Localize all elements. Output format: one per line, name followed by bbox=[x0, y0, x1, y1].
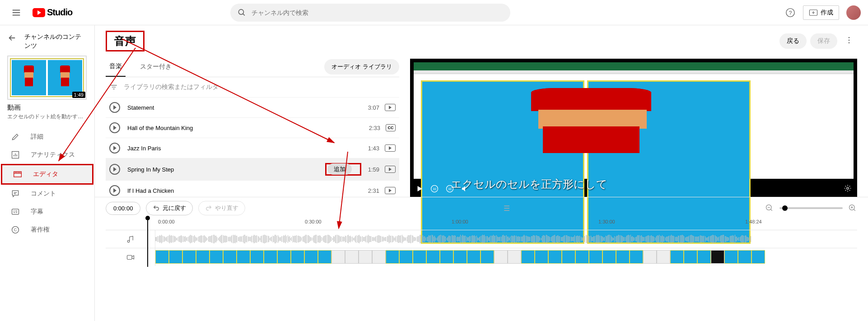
zoom-in-icon[interactable] bbox=[848, 204, 857, 213]
timeline-clip[interactable] bbox=[467, 250, 481, 264]
tab-music[interactable]: 音楽 bbox=[106, 57, 126, 77]
preview-icon[interactable] bbox=[385, 104, 396, 111]
audio-track-row[interactable] bbox=[106, 230, 857, 248]
timeline-clip[interactable] bbox=[751, 250, 765, 264]
track-row[interactable]: Statement3:07 bbox=[106, 98, 399, 118]
timeline-clip[interactable] bbox=[304, 250, 318, 264]
more-menu[interactable] bbox=[841, 32, 857, 50]
timeline-clip[interactable] bbox=[562, 250, 575, 264]
timeline-clip[interactable] bbox=[237, 250, 250, 264]
track-row[interactable]: Spring In My Step追加1:59 bbox=[106, 158, 399, 181]
timeline-clip[interactable] bbox=[589, 250, 602, 264]
redo-button[interactable]: やり直す bbox=[198, 201, 245, 215]
play-track-button[interactable] bbox=[109, 143, 120, 154]
clip-strip[interactable] bbox=[155, 250, 857, 265]
sidebar-item-analytics[interactable]: アナリティクス bbox=[0, 146, 94, 164]
timeline-clip[interactable] bbox=[684, 250, 697, 264]
timeline-clip[interactable] bbox=[399, 250, 413, 264]
video-track-row[interactable] bbox=[106, 248, 857, 266]
timeline-clip[interactable] bbox=[670, 250, 684, 264]
timeline-clip[interactable] bbox=[196, 250, 210, 264]
preview-icon[interactable] bbox=[385, 144, 396, 152]
preview-icon[interactable] bbox=[385, 187, 396, 194]
volume-icon[interactable] bbox=[461, 185, 469, 193]
timeline-clip[interactable] bbox=[250, 250, 264, 264]
play-track-button[interactable] bbox=[109, 164, 120, 175]
timeline-clip[interactable] bbox=[291, 250, 304, 264]
sidebar-item-copyright[interactable]: C 著作権 bbox=[0, 221, 94, 239]
filter-row[interactable]: ライブラリの検索またはフィルタ bbox=[106, 77, 399, 98]
add-track-button[interactable]: 追加 bbox=[327, 163, 352, 175]
timeline-clip[interactable] bbox=[738, 250, 751, 264]
timeline-clip[interactable] bbox=[223, 250, 237, 264]
track-row[interactable]: If I Had a Chicken2:31 bbox=[106, 181, 399, 197]
play-track-button[interactable] bbox=[109, 102, 120, 113]
zoom-slider[interactable] bbox=[779, 207, 843, 209]
sidebar-item-editor[interactable]: エディタ bbox=[1, 164, 93, 185]
timeline-clip[interactable] bbox=[210, 250, 223, 264]
back-button[interactable]: 戻る bbox=[779, 33, 807, 49]
timeline-clip[interactable] bbox=[413, 250, 426, 264]
rewind-icon[interactable]: 10 bbox=[430, 184, 439, 193]
timeline-clip[interactable] bbox=[453, 250, 467, 264]
timeline-clip[interactable] bbox=[697, 250, 711, 264]
timeline-clip[interactable] bbox=[630, 250, 643, 264]
track-row[interactable]: Jazz In Paris1:43 bbox=[106, 138, 399, 158]
timeline-clip[interactable] bbox=[426, 250, 440, 264]
play-icon[interactable] bbox=[415, 185, 424, 193]
help-button[interactable]: ? bbox=[781, 4, 799, 22]
timeline-clip[interactable] bbox=[535, 250, 548, 264]
timeline-clip[interactable] bbox=[548, 250, 562, 264]
logo[interactable]: Studio bbox=[33, 7, 72, 18]
search-input[interactable] bbox=[252, 9, 503, 16]
time-ruler[interactable]: 0:00:000:30:001:00:001:30:001:48:24 bbox=[158, 219, 857, 230]
user-avatar[interactable] bbox=[846, 5, 861, 20]
settings-icon[interactable] bbox=[844, 184, 852, 192]
timeline-clip[interactable] bbox=[440, 250, 453, 264]
timeline-clip[interactable] bbox=[657, 250, 670, 264]
sidebar-item-comments[interactable]: コメント bbox=[0, 185, 94, 203]
hamburger-menu[interactable] bbox=[7, 4, 25, 22]
video-preview[interactable]: エクセルのセルを正方形にして 10 10 bbox=[410, 59, 857, 197]
timeline-clip[interactable] bbox=[616, 250, 630, 264]
timeline-clip[interactable] bbox=[481, 250, 494, 264]
zoom-out-icon[interactable] bbox=[765, 204, 774, 213]
timeline-clip[interactable] bbox=[494, 250, 508, 264]
timeline-clip[interactable] bbox=[182, 250, 196, 264]
tab-starred[interactable]: スター付き bbox=[136, 57, 175, 76]
sidebar-item-details[interactable]: 詳細 bbox=[0, 128, 94, 146]
playhead[interactable] bbox=[147, 217, 148, 267]
timeline-clip[interactable] bbox=[331, 250, 345, 264]
timeline-clip[interactable] bbox=[711, 250, 724, 264]
timeline-clip[interactable] bbox=[386, 250, 399, 264]
video-thumbnail[interactable]: 1:49 bbox=[7, 56, 87, 100]
timeline-clip[interactable] bbox=[277, 250, 291, 264]
timeline-clip[interactable] bbox=[508, 250, 521, 264]
timeline-clip[interactable] bbox=[724, 250, 738, 264]
back-to-content[interactable]: チャンネルのコンテンツ bbox=[0, 31, 94, 56]
timeline-clip[interactable] bbox=[318, 250, 331, 264]
timeline-clip[interactable] bbox=[575, 250, 589, 264]
play-track-button[interactable] bbox=[109, 185, 120, 196]
timeline-clip[interactable] bbox=[345, 250, 359, 264]
search-box[interactable] bbox=[230, 4, 510, 22]
timeline-clip[interactable] bbox=[602, 250, 616, 264]
current-time[interactable]: 0:00:00 bbox=[106, 202, 140, 215]
timeline-clip[interactable] bbox=[359, 250, 372, 264]
undo-button[interactable]: 元に戻す bbox=[146, 201, 193, 215]
track-row[interactable]: Hall of the Mountain King2:33CC bbox=[106, 118, 399, 138]
timeline-clip[interactable] bbox=[521, 250, 535, 264]
preview-icon[interactable] bbox=[385, 166, 396, 173]
timeline-clip[interactable] bbox=[169, 250, 182, 264]
save-button[interactable]: 保存 bbox=[810, 33, 837, 49]
timeline-clip[interactable] bbox=[155, 250, 169, 264]
waveform[interactable] bbox=[155, 232, 857, 247]
play-track-button[interactable] bbox=[109, 122, 120, 133]
timeline-clip[interactable] bbox=[372, 250, 386, 264]
drag-handle-icon[interactable]: ☰ bbox=[504, 204, 510, 213]
timeline-clip[interactable] bbox=[643, 250, 657, 264]
sidebar-item-subtitles[interactable]: 字幕 bbox=[0, 203, 94, 221]
forward-icon[interactable]: 10 bbox=[445, 184, 454, 193]
timeline-clip[interactable] bbox=[264, 250, 277, 264]
audio-library-button[interactable]: オーディオ ライブラリ bbox=[324, 59, 399, 74]
